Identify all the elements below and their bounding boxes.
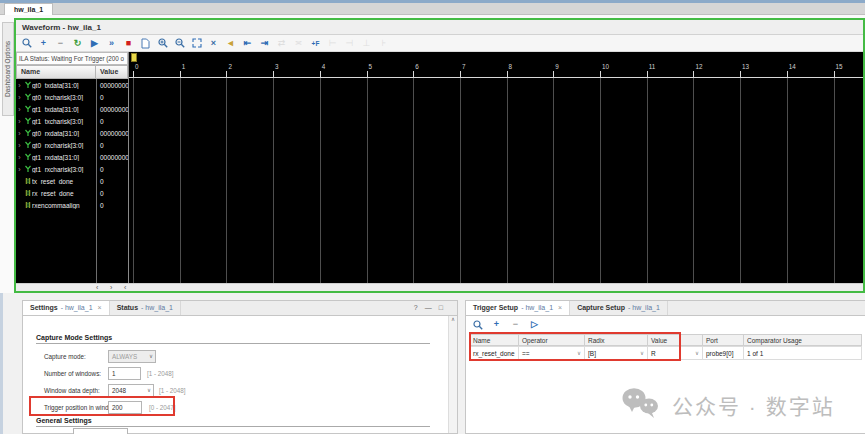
run-trigger-immediate-icon[interactable]: ↻ bbox=[71, 37, 84, 50]
trigger-tab-capture-setup[interactable]: Capture Setup- hw_ila_1 bbox=[570, 301, 668, 315]
expand-icon[interactable]: › bbox=[16, 118, 23, 125]
find-icon[interactable] bbox=[20, 37, 33, 50]
chevron-down-icon[interactable]: ∨ bbox=[147, 385, 151, 396]
settings-panel-window-controls: ?—□ bbox=[414, 304, 443, 311]
expand-icon[interactable]: › bbox=[16, 106, 23, 113]
value-select-chevron[interactable]: ∨ bbox=[681, 346, 703, 360]
value-column-header[interactable]: Value bbox=[96, 65, 128, 79]
compare-markers-icon: ≍ bbox=[292, 37, 305, 50]
settings-vertical-scrollbar[interactable]: ∧ bbox=[448, 316, 457, 433]
trigger-marker-flag[interactable] bbox=[131, 53, 137, 62]
column-header-spacer bbox=[681, 334, 703, 346]
chevron-down-icon[interactable]: ∨ bbox=[149, 351, 153, 362]
expand-icon[interactable]: › bbox=[16, 154, 23, 161]
tab-suffix: - hw_ila_1 bbox=[141, 304, 173, 311]
signal-tree[interactable]: ›gt0_txdata[31:0]00000000›gt0_txcharisk[… bbox=[16, 79, 128, 283]
trigger-setup-toolbar: +−▷ bbox=[466, 316, 865, 333]
setting-input-number-of-windows[interactable]: 1 bbox=[108, 367, 141, 380]
tab-title: Trigger Setup bbox=[473, 304, 518, 311]
setting-input-general[interactable] bbox=[73, 428, 128, 434]
ruler-baseline bbox=[129, 77, 863, 78]
signal-name: gt0_rxdata[31:0] bbox=[32, 130, 94, 137]
signal-value: 0 bbox=[100, 94, 104, 101]
scalar-signal-icon bbox=[23, 177, 32, 186]
signal-name: gt0_txcharisk[3:0] bbox=[32, 94, 94, 101]
scroll-up-icon[interactable]: ∧ bbox=[451, 316, 455, 322]
tab-title: Capture Setup bbox=[577, 304, 625, 311]
zoom-out-icon[interactable] bbox=[173, 37, 186, 50]
watermark: 公众号 · 数字站 bbox=[622, 387, 835, 423]
run-trigger-icon[interactable]: ▶ bbox=[88, 37, 101, 50]
signal-value: 0 bbox=[100, 202, 104, 209]
remove-probe-icon[interactable]: − bbox=[54, 37, 67, 50]
trigger-tab-trigger-setup[interactable]: Trigger Setup- hw_ila_1× bbox=[466, 301, 570, 315]
signal-row[interactable]: tx_reset_done0 bbox=[16, 175, 128, 187]
scroll-arrow-icon[interactable]: ‹ bbox=[96, 283, 98, 292]
ila-status-text: ILA Status: Waiting For Trigger (200 o bbox=[16, 52, 128, 65]
vivado-hardware-manager-screen: { "window": { "top_tab": "hw_ila_1" }, "… bbox=[0, 0, 865, 434]
scroll-arrow-icon[interactable]: ‹ bbox=[124, 283, 126, 292]
signal-row[interactable]: rx_reset_done0 bbox=[16, 187, 128, 199]
stop-trigger-icon[interactable]: ■ bbox=[122, 37, 135, 50]
settings-tab-status[interactable]: Status- hw_ila_1 bbox=[110, 301, 181, 315]
minimize-icon[interactable]: — bbox=[425, 304, 432, 311]
expand-icon[interactable]: › bbox=[16, 82, 23, 89]
remove-probe-icon[interactable]: − bbox=[509, 318, 522, 331]
zoom-in-icon[interactable] bbox=[156, 37, 169, 50]
run-trigger-continuous-icon[interactable]: » bbox=[105, 37, 118, 50]
signal-value: 0 bbox=[100, 142, 104, 149]
dashboard-options-tab[interactable]: Dashboard Options bbox=[2, 22, 14, 116]
signal-row[interactable]: rxencommaalign0 bbox=[16, 199, 128, 211]
settings-tab-settings[interactable]: Settings- hw_ila_1× bbox=[23, 301, 110, 315]
waveform-canvas[interactable]: 0123456789101112131415 bbox=[128, 52, 863, 283]
port: probe9[0] bbox=[703, 346, 744, 360]
chevron-down-icon[interactable]: ∨ bbox=[695, 347, 699, 360]
zoom-fit-icon[interactable] bbox=[190, 37, 203, 50]
signal-list-column: ILA Status: Waiting For Trigger (200 o N… bbox=[16, 52, 128, 283]
close-icon[interactable]: × bbox=[558, 304, 562, 311]
signal-value: 0 bbox=[100, 118, 104, 125]
signal-row[interactable]: ›gt0_rxcharisk[3:0]0 bbox=[16, 139, 128, 151]
column-header-port: Port bbox=[703, 334, 744, 346]
signal-row[interactable]: ›gt0_txcharisk[3:0]0 bbox=[16, 91, 128, 103]
signal-row[interactable]: ›gt1_rxcharisk[3:0]0 bbox=[16, 163, 128, 175]
signal-row[interactable]: ›gt1_txcharisk[3:0]0 bbox=[16, 115, 128, 127]
waveform-horizontal-scrollbar[interactable]: ‹›‹ bbox=[16, 283, 863, 291]
signal-name: gt1_txcharisk[3:0] bbox=[32, 118, 94, 125]
signal-name: gt1_rxcharisk[3:0] bbox=[32, 166, 94, 173]
help-icon[interactable]: ? bbox=[414, 304, 418, 311]
expand-icon[interactable]: › bbox=[16, 142, 23, 149]
signal-row[interactable]: ›gt1_txdata[31:0]00000000 bbox=[16, 103, 128, 115]
add-probe-icon[interactable]: + bbox=[37, 37, 50, 50]
run-trigger-icon[interactable]: ▷ bbox=[528, 318, 541, 331]
marker-previous-icon[interactable]: ◄ bbox=[224, 37, 237, 50]
scalar-signal-icon bbox=[23, 201, 32, 210]
dashboard-tab-hw-ila-1[interactable]: hw_ila_1 bbox=[4, 3, 53, 15]
expand-icon[interactable]: › bbox=[16, 130, 23, 137]
export-ila-data-icon[interactable] bbox=[139, 37, 152, 50]
tab-suffix: - hw_ila_1 bbox=[521, 304, 553, 311]
add-marker-icon[interactable]: +F bbox=[309, 37, 322, 50]
find-icon[interactable] bbox=[471, 318, 484, 331]
tab-title: Settings bbox=[30, 304, 58, 311]
comparator-usage: 1 of 1 bbox=[744, 346, 862, 360]
goto-start-icon[interactable]: ⇤ bbox=[241, 37, 254, 50]
crosshair-icon[interactable]: × bbox=[207, 37, 220, 50]
scroll-arrow-icon[interactable]: › bbox=[110, 283, 112, 292]
bus-icon bbox=[23, 153, 32, 162]
section-title: General Settings bbox=[36, 417, 430, 427]
signal-row[interactable]: ›gt0_txdata[31:0]00000000 bbox=[16, 79, 128, 91]
expand-icon[interactable]: › bbox=[16, 166, 23, 173]
signal-value: 00000000 bbox=[100, 82, 128, 89]
maximize-icon[interactable]: □ bbox=[439, 304, 443, 311]
signal-row[interactable]: ›gt1_rxdata[31:0]00000000 bbox=[16, 151, 128, 163]
add-probe-icon[interactable]: + bbox=[490, 318, 503, 331]
goto-end-icon[interactable]: ⇥ bbox=[258, 37, 271, 50]
expand-icon[interactable]: › bbox=[16, 94, 23, 101]
settings-row: Capture mode:ALWAYS∨ bbox=[23, 350, 448, 363]
trigger-panel-tabs: Trigger Setup- hw_ila_1×Capture Setup- h… bbox=[466, 301, 865, 316]
name-column-header[interactable]: Name bbox=[16, 65, 96, 79]
close-icon[interactable]: × bbox=[98, 304, 102, 311]
signal-row[interactable]: ›gt0_rxdata[31:0]00000000 bbox=[16, 127, 128, 139]
watermark-text: 公众号 · 数字站 bbox=[672, 390, 835, 420]
